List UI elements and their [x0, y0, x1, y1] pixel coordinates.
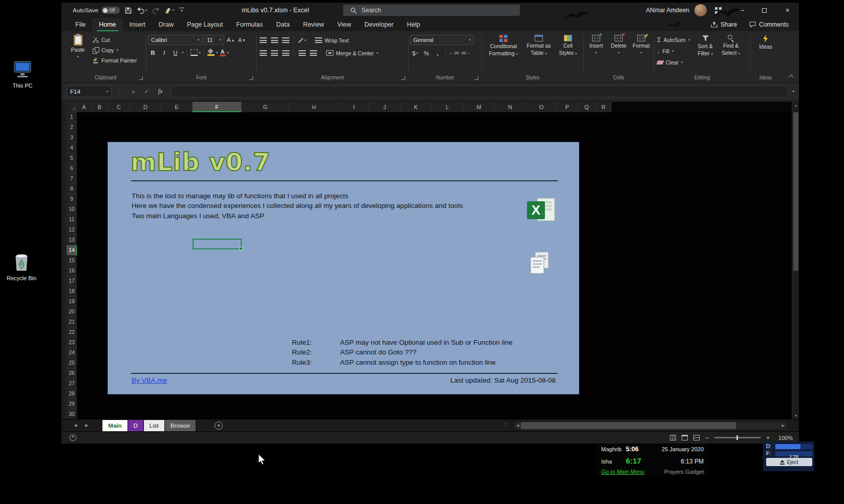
copy-dropdown-icon[interactable]: ▾ — [117, 48, 119, 52]
ribbon-tab-page-layout[interactable]: Page Layout — [180, 18, 229, 31]
clear-button[interactable]: Clear ▾ — [656, 57, 691, 67]
column-header-G[interactable]: G — [242, 102, 289, 112]
percent-style-button[interactable]: % — [421, 48, 431, 58]
ribbon-tab-home[interactable]: Home — [92, 18, 122, 31]
italic-button[interactable]: I — [159, 48, 169, 57]
sheet-tab-list[interactable]: List — [144, 420, 165, 431]
fill-color-icon[interactable] — [207, 49, 215, 56]
zoom-in-icon[interactable]: + — [766, 434, 770, 442]
row-header-1[interactable]: 1 — [67, 112, 77, 122]
search-box[interactable]: Search — [343, 5, 520, 16]
accessibility-icon[interactable] — [70, 434, 76, 441]
font-name-select[interactable]: Calibri▾ — [148, 35, 202, 45]
eject-button[interactable]: Eject — [766, 458, 812, 466]
sheet-nav-right-icon[interactable]: ▶ — [85, 423, 88, 428]
increase-font-size-button[interactable]: A▲ — [226, 35, 236, 45]
row-header-27[interactable]: 27 — [67, 379, 77, 389]
column-header-I[interactable]: I — [339, 102, 369, 112]
ribbon-tab-review[interactable]: Review — [297, 18, 331, 31]
find-select-button[interactable]: Find & Select ▾ — [719, 33, 743, 57]
row-header-9[interactable]: 9 — [67, 194, 77, 204]
cell-styles-button[interactable]: Cell Styles ▾ — [555, 33, 581, 57]
column-header-B[interactable]: B — [92, 102, 108, 112]
column-header-M[interactable]: M — [463, 102, 495, 112]
grid-canvas[interactable]: mLib v0.7 This is the tool to manage may… — [77, 112, 792, 419]
customize-quick-access-icon[interactable]: ▾ — [179, 8, 184, 13]
row-header-3[interactable]: 3 — [67, 133, 77, 143]
decrease-indent-button[interactable] — [297, 48, 307, 58]
row-header-14[interactable]: 14 — [67, 245, 77, 256]
autosave-toggle[interactable]: AutoSave Off — [73, 7, 120, 14]
horizontal-scrollbar[interactable]: ◀ ▶ — [515, 422, 786, 429]
cut-button[interactable]: Cut — [91, 35, 138, 45]
row-header-15[interactable]: 15 — [67, 256, 77, 266]
page-break-view-icon[interactable] — [693, 435, 700, 440]
column-header-L[interactable]: L — [432, 102, 463, 112]
vba-link[interactable]: By VBA.me — [132, 376, 167, 384]
font-dialog-launcher-icon[interactable] — [249, 76, 253, 80]
ribbon-tab-draw[interactable]: Draw — [152, 18, 180, 31]
format-painter-button[interactable]: Format Painter — [91, 55, 138, 65]
column-header-D[interactable]: D — [130, 102, 161, 112]
format-as-table-button[interactable]: Format as Table ▾ — [523, 33, 554, 57]
number-dialog-launcher-icon[interactable] — [475, 76, 478, 80]
column-header-Q[interactable]: Q — [578, 102, 596, 112]
borders-icon[interactable] — [191, 49, 198, 56]
collapse-ribbon-icon[interactable] — [789, 75, 794, 80]
formula-input[interactable] — [171, 86, 788, 97]
clear-dropdown-icon[interactable]: ▾ — [681, 60, 683, 65]
decrease-font-size-button[interactable]: A▼ — [237, 35, 247, 45]
undo-button[interactable]: ▾ — [137, 7, 147, 14]
paste-dropdown-icon[interactable]: ▾ — [77, 54, 79, 60]
autosum-dropdown-icon[interactable]: ▾ — [688, 38, 690, 42]
fill-color-dropdown-icon[interactable]: ▾ — [216, 51, 218, 55]
scroll-right-icon[interactable]: ▶ — [780, 424, 786, 428]
add-sheet-button[interactable]: + — [215, 422, 223, 430]
increase-indent-button[interactable] — [308, 48, 318, 58]
insert-function-icon[interactable]: fx — [158, 88, 163, 95]
font-size-select[interactable]: 11▾ — [204, 35, 224, 45]
row-header-10[interactable]: 10 — [67, 204, 77, 215]
user-avatar[interactable] — [694, 4, 707, 16]
tab-bar-menu-icon[interactable]: ⋮ — [503, 422, 509, 429]
zoom-slider-thumb[interactable] — [736, 435, 738, 440]
cancel-icon[interactable]: × — [132, 89, 135, 95]
sheet-tab-d[interactable]: D — [128, 420, 144, 431]
ribbon-tab-formulas[interactable]: Formulas — [229, 18, 269, 31]
row-header-17[interactable]: 17 — [67, 276, 77, 286]
column-header-E[interactable]: E — [161, 102, 193, 112]
conditional-formatting-button[interactable]: Conditional Formatting ▾ — [484, 33, 522, 57]
number-format-select[interactable]: General▾ — [410, 35, 474, 45]
undo-dropdown-icon[interactable]: ▾ — [145, 8, 147, 12]
autosum-button[interactable]: Σ AutoSum ▾ — [656, 35, 691, 45]
close-button[interactable]: × — [776, 3, 799, 18]
align-center-button[interactable] — [269, 48, 279, 58]
column-header-K[interactable]: K — [400, 102, 432, 112]
font-color-dropdown-icon[interactable]: ▾ — [227, 51, 229, 55]
alignment-dialog-launcher-icon[interactable] — [402, 76, 405, 80]
scroll-down-icon[interactable]: ▼ — [792, 414, 799, 417]
column-header-P[interactable]: P — [557, 102, 578, 112]
insert-cells-button[interactable]: Insert ▾ — [585, 33, 607, 56]
scroll-up-icon[interactable]: ▲ — [792, 103, 799, 107]
row-header-12[interactable]: 12 — [67, 225, 77, 235]
page-layout-view-icon[interactable] — [682, 435, 688, 440]
fill-dropdown-icon[interactable]: ▾ — [672, 49, 674, 53]
bottom-align-button[interactable] — [281, 35, 290, 45]
vscrollbar-thumb[interactable] — [793, 112, 798, 271]
desktop-icon-recycle-bin[interactable]: Recycle Bin — [2, 251, 41, 281]
row-header-19[interactable]: 19 — [67, 297, 77, 307]
increase-decimal-button[interactable]: ←.00 — [449, 48, 459, 58]
autosave-switch[interactable]: Off — [101, 7, 120, 14]
decrease-decimal-button[interactable]: .00→ — [460, 48, 470, 58]
sort-filter-button[interactable]: Sort & Filter ▾ — [693, 33, 717, 57]
ideas-button[interactable]: Ideas — [753, 33, 778, 50]
sheet-nav-left-icon[interactable]: ◀ — [74, 423, 77, 428]
delete-cells-button[interactable]: Delete ▾ — [608, 33, 629, 56]
align-right-button[interactable] — [281, 48, 290, 58]
redo-button[interactable] — [152, 7, 160, 14]
name-box-dropdown-icon[interactable]: ▾ — [106, 90, 108, 94]
ribbon-tab-insert[interactable]: Insert — [123, 18, 152, 31]
enter-icon[interactable]: ✓ — [144, 88, 149, 95]
underline-button[interactable]: U — [171, 48, 180, 57]
